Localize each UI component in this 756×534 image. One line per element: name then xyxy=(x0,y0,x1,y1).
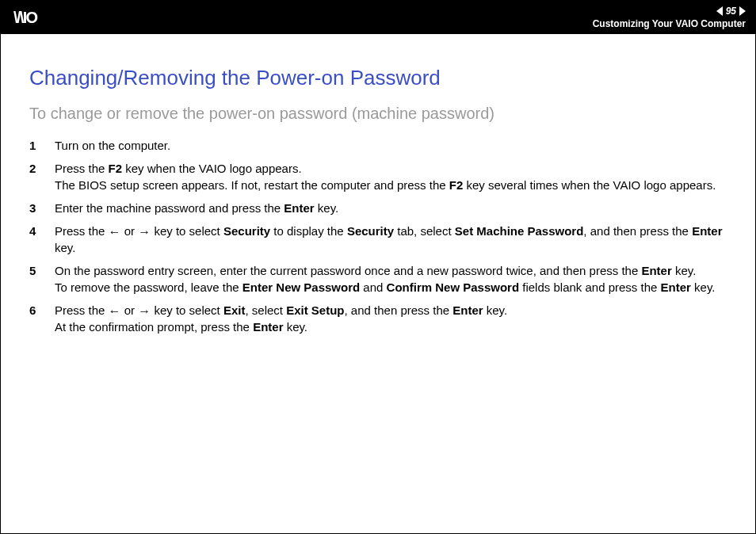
step-body: Press the F2 key when the VAIO logo appe… xyxy=(55,160,727,193)
step-number: 6 xyxy=(29,302,40,335)
next-page-icon[interactable] xyxy=(739,6,746,16)
chapter-title: Customizing Your VAIO Computer xyxy=(593,18,746,29)
step-body: On the password entry screen, enter the … xyxy=(55,262,727,296)
step-item: 2Press the F2 key when the VAIO logo app… xyxy=(29,157,727,196)
page-header: \/\IO 95 Customizing Your VAIO Computer xyxy=(1,1,755,34)
step-body: Turn on the computer. xyxy=(55,137,727,154)
prev-page-icon[interactable] xyxy=(716,6,723,16)
page-nav: 95 xyxy=(716,6,746,17)
step-item: 1Turn on the computer. xyxy=(29,134,727,157)
vaio-logo-icon: \/\IO xyxy=(13,10,93,25)
step-item: 4Press the ← or → key to select Security… xyxy=(29,219,727,259)
step-item: 5On the password entry screen, enter the… xyxy=(29,259,727,299)
svg-text:\/\IO: \/\IO xyxy=(13,10,38,25)
step-body: Press the ← or → key to select Exit, sel… xyxy=(55,302,727,335)
step-number: 1 xyxy=(29,137,40,154)
step-number: 5 xyxy=(29,262,40,296)
page-number: 95 xyxy=(726,6,736,17)
step-number: 4 xyxy=(29,223,40,256)
page-content: Changing/Removing the Power-on Password … xyxy=(1,34,755,354)
step-body: Press the ← or → key to select Security … xyxy=(55,223,727,256)
page-subtitle: To change or remove the power-on passwor… xyxy=(29,105,727,123)
page-title: Changing/Removing the Power-on Password xyxy=(29,66,727,90)
steps-list: 1Turn on the computer.2Press the F2 key … xyxy=(29,134,727,338)
step-item: 3Enter the machine password and press th… xyxy=(29,196,727,219)
step-item: 6Press the ← or → key to select Exit, se… xyxy=(29,299,727,338)
step-number: 3 xyxy=(29,200,40,216)
step-number: 2 xyxy=(29,160,40,193)
step-body: Enter the machine password and press the… xyxy=(55,200,727,216)
